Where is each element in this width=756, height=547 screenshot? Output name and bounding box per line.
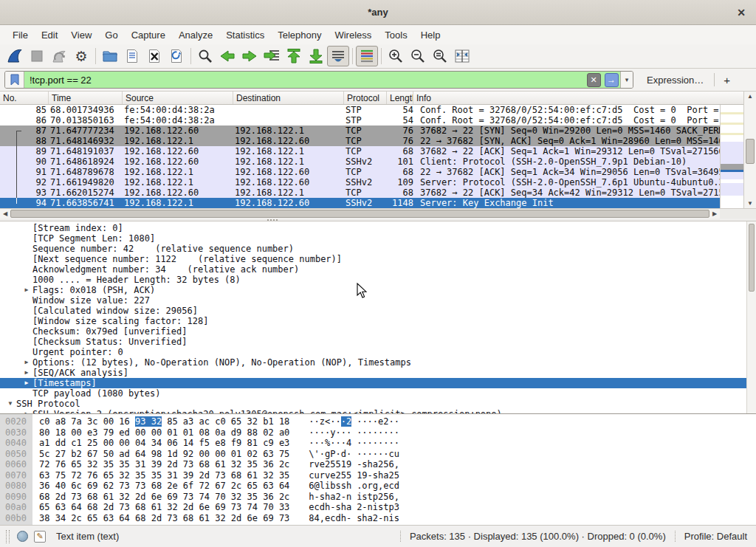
packet-row[interactable]: 90 71.648618924 192.168.122.60 192.168.1… xyxy=(0,156,720,167)
packet-row[interactable]: 89 71.648191037 192.168.122.60 192.168.1… xyxy=(0,146,720,156)
open-file-icon[interactable] xyxy=(99,46,121,66)
expand-arrow-icon[interactable]: ▼ xyxy=(4,399,16,409)
expand-arrow-icon[interactable] xyxy=(21,275,32,285)
menu-item[interactable]: View xyxy=(64,27,98,44)
zoom-in-icon[interactable] xyxy=(385,46,407,66)
hex-row[interactable]: 00a0 65 63 64 68 2d 73 68 61 32 2d 6e 69… xyxy=(0,502,756,513)
detail-line[interactable]: [TCP Segment Len: 1080] xyxy=(0,233,756,244)
detail-line[interactable]: ▶ [SEQ/ACK analysis] xyxy=(0,368,756,378)
hex-row[interactable]: 0090 68 2d 73 68 61 32 2d 6e 69 73 74 70… xyxy=(0,492,756,503)
expand-arrow-icon[interactable] xyxy=(21,316,32,326)
hex-row[interactable]: 0020 c0 a8 7a 3c 00 16 93 32 85 a3 ac c0… xyxy=(0,416,756,427)
intelligent-scrollbar-minimap[interactable] xyxy=(720,105,743,208)
restart-capture-icon[interactable] xyxy=(48,46,70,66)
menu-item[interactable]: Tools xyxy=(378,27,413,44)
go-back-icon[interactable] xyxy=(216,46,238,66)
capture-options-icon[interactable]: ⚙ xyxy=(70,46,92,66)
detail-line[interactable]: Acknowledgment number: 34 (relative ack … xyxy=(0,264,756,275)
packet-row[interactable]: 87 71.647777234 192.168.122.60 192.168.1… xyxy=(0,125,720,136)
filter-bookmark-icon[interactable] xyxy=(5,72,24,88)
packet-row[interactable]: 86 70.013850163 fe:54:00:d4:38:2a STP 54… xyxy=(0,115,720,125)
detail-line[interactable]: [Next sequence number: 1122 (relative se… xyxy=(0,254,756,264)
scrollbar-thumb[interactable] xyxy=(749,224,755,292)
detail-line[interactable]: Window size value: 227 xyxy=(0,295,756,306)
detail-vertical-scrollbar[interactable] xyxy=(746,221,756,413)
expand-arrow-icon[interactable] xyxy=(21,264,32,275)
scroll-right-arrow[interactable]: ▶ xyxy=(709,209,720,219)
detail-line[interactable]: ▶ Options: (12 bytes), No-Operation (NOP… xyxy=(0,357,756,368)
expand-arrow-icon[interactable] xyxy=(21,388,32,399)
reload-file-icon[interactable] xyxy=(165,46,188,66)
add-filter-button[interactable]: + xyxy=(715,74,739,86)
close-file-icon[interactable] xyxy=(143,46,165,66)
detail-line[interactable]: Sequence number: 42 (relative sequence n… xyxy=(0,244,756,254)
packet-row[interactable]: 91 71.648789678 192.168.122.1 192.168.12… xyxy=(0,167,720,177)
menu-item[interactable]: Edit xyxy=(35,27,64,44)
expand-arrow-icon[interactable]: ▶ xyxy=(21,368,32,378)
profile-text[interactable]: Profile: Default xyxy=(675,531,750,542)
menu-item[interactable]: Statistics xyxy=(219,27,271,44)
menu-item[interactable]: Go xyxy=(98,27,124,44)
column-header-info[interactable]: Info xyxy=(413,92,743,104)
go-to-packet-icon[interactable] xyxy=(261,46,283,66)
hex-row[interactable]: 00b0 38 34 2c 65 63 64 68 2d 73 68 61 32… xyxy=(0,513,756,524)
scroll-up-arrow[interactable]: ▲ xyxy=(744,92,756,101)
expand-arrow-icon[interactable]: ▶ xyxy=(21,285,32,295)
scrollbar-thumb[interactable] xyxy=(10,210,709,218)
packet-row[interactable]: 93 71.662015274 192.168.122.60 192.168.1… xyxy=(0,188,720,198)
column-header-protocol[interactable]: Protocol xyxy=(344,92,387,104)
packet-row[interactable]: 88 71.648146932 192.168.122.1 192.168.12… xyxy=(0,136,720,146)
menu-item[interactable]: Capture xyxy=(125,27,172,44)
go-last-packet-icon[interactable] xyxy=(305,46,327,66)
scroll-left-arrow[interactable]: ◀ xyxy=(0,209,10,219)
filter-dropdown-caret[interactable]: ▾ xyxy=(620,72,633,88)
hex-row[interactable]: 0050 5c 27 b2 67 50 ad 64 98 1d 92 00 00… xyxy=(0,449,756,460)
packet-row[interactable]: 92 71.661949820 192.168.122.1 192.168.12… xyxy=(0,177,720,188)
scroll-down-arrow[interactable]: ▼ xyxy=(744,199,756,208)
expand-arrow-icon[interactable] xyxy=(21,295,32,306)
start-capture-icon[interactable] xyxy=(4,46,26,66)
go-forward-icon[interactable] xyxy=(238,46,261,66)
packet-list-vertical-scrollbar[interactable]: ▲ ▼ xyxy=(743,92,756,208)
menu-item[interactable]: Analyze xyxy=(172,27,219,44)
auto-scroll-icon[interactable] xyxy=(327,46,349,66)
expand-arrow-icon[interactable] xyxy=(21,326,32,337)
column-header-time[interactable]: Time xyxy=(49,92,123,104)
expand-arrow-icon[interactable] xyxy=(21,223,32,233)
find-packet-icon[interactable] xyxy=(194,46,216,66)
detail-line[interactable]: Checksum: 0x79ed [unverified] xyxy=(0,326,756,337)
expand-arrow-icon[interactable] xyxy=(21,306,32,316)
zoom-original-icon[interactable] xyxy=(429,46,451,66)
column-header-source[interactable]: Source xyxy=(123,92,233,104)
save-file-icon[interactable] xyxy=(121,46,143,66)
expand-arrow-icon[interactable] xyxy=(21,233,32,244)
detail-line[interactable]: [Calculated window size: 29056] xyxy=(0,306,756,316)
detail-line[interactable]: [Stream index: 0] xyxy=(0,223,756,233)
expand-arrow-icon[interactable] xyxy=(21,337,32,347)
expert-info-icon[interactable] xyxy=(17,531,28,542)
detail-line[interactable]: ▶ [Timestamps] xyxy=(0,378,756,388)
go-first-packet-icon[interactable] xyxy=(283,46,305,66)
expression-button[interactable]: Expression… xyxy=(633,75,714,86)
column-header-destination[interactable]: Destination xyxy=(233,92,344,104)
menu-item[interactable]: Telephony xyxy=(271,27,328,44)
column-header-length[interactable]: Length xyxy=(387,92,413,104)
window-close-button[interactable]: ✕ xyxy=(734,5,749,20)
detail-line[interactable]: [Checksum Status: Unverified] xyxy=(0,337,756,347)
scrollbar-thumb[interactable] xyxy=(746,139,755,164)
display-filter-input[interactable] xyxy=(24,75,585,86)
hex-row[interactable]: 0040 a1 dd c1 25 00 00 04 34 06 14 f5 e8… xyxy=(0,438,756,449)
expand-arrow-icon[interactable] xyxy=(21,244,32,254)
menu-item[interactable]: File xyxy=(6,27,35,44)
capture-comment-icon[interactable]: ✎ xyxy=(34,531,46,543)
detail-line[interactable]: [Window size scaling factor: 128] xyxy=(0,316,756,326)
expand-arrow-icon[interactable] xyxy=(21,254,32,264)
packet-row[interactable]: 94 71.663856741 192.168.122.1 192.168.12… xyxy=(0,198,720,208)
detail-line[interactable]: 1000 .... = Header Length: 32 bytes (8) xyxy=(0,275,756,285)
filter-apply-button[interactable]: → xyxy=(602,72,620,88)
detail-line[interactable]: TCP payload (1080 bytes) xyxy=(0,388,756,399)
stop-capture-icon[interactable] xyxy=(26,46,48,66)
packet-list-horizontal-scrollbar[interactable]: ◀ ▶ xyxy=(0,208,720,219)
detail-line[interactable]: ▼ SSH Protocol xyxy=(0,399,756,409)
packet-row[interactable]: 85 68.001734936 fe:54:00:d4:38:2a STP 54… xyxy=(0,105,720,115)
